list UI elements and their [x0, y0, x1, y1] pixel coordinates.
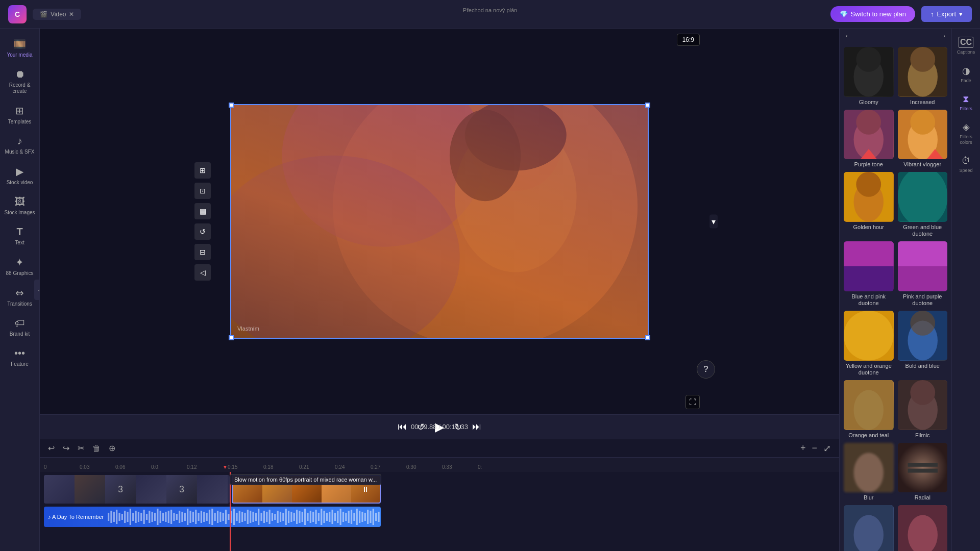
- fit-timeline[interactable]: ⤢: [821, 442, 833, 455]
- filter-item-extra1[interactable]: [844, 505, 894, 551]
- sidebar-item-record-create[interactable]: ⏺ Record & create: [0, 63, 39, 99]
- handle-bottom-left[interactable]: [229, 335, 234, 340]
- panel-nav-right[interactable]: ›: [941, 31, 947, 41]
- panel-nav-left[interactable]: ‹: [844, 31, 850, 41]
- sidebar-item-text[interactable]: T Text: [0, 221, 39, 251]
- sidebar-item-stock-images[interactable]: 🖼 Stock images: [0, 191, 39, 221]
- sidebar-item-feature[interactable]: ••• Feature: [0, 342, 39, 372]
- scroll-down-indicator[interactable]: ▾: [709, 215, 718, 229]
- filter-item-radial[interactable]: Radial: [898, 443, 948, 502]
- svg-rect-95: [342, 512, 344, 522]
- svg-rect-96: [345, 513, 347, 521]
- sidebar-item-transitions[interactable]: ⇔ Transitions: [0, 282, 39, 312]
- filter-item-increased[interactable]: Increased: [898, 47, 948, 106]
- handle-top-right[interactable]: [645, 103, 650, 108]
- sidebar-item-music[interactable]: ♪ Music & SFX: [0, 130, 39, 160]
- svg-rect-69: [272, 513, 273, 521]
- filter-item-pink-purple[interactable]: Pink and purple duotone: [898, 241, 948, 307]
- svg-rect-52: [225, 510, 227, 524]
- help-button[interactable]: ?: [697, 360, 715, 379]
- timeline-area: ↩ ↪ ✂ 🗑 ⊕ + − ⤢ 0 0:03 0:06 0:0: 0:12: [40, 439, 839, 551]
- captions-button[interactable]: CC Captions: [952, 33, 980, 59]
- fullscreen-button[interactable]: ⛶: [685, 395, 700, 409]
- main-layout: 🎞️ Your media ⏺ Record & create ⊞ Templa…: [0, 29, 980, 551]
- filter-thumb-increased: [898, 47, 948, 97]
- svg-rect-75: [288, 511, 289, 523]
- svg-rect-13: [119, 513, 120, 521]
- filter-item-purple-tone[interactable]: Purple tone: [844, 110, 894, 168]
- filter-item-yellow-orange[interactable]: Yellow and orange duotone: [844, 311, 894, 376]
- svg-rect-87: [321, 509, 322, 525]
- svg-rect-56: [236, 513, 238, 521]
- skip-forward-button[interactable]: ⏭: [472, 421, 481, 432]
- svg-rect-63: [255, 513, 257, 521]
- filter-colors-label: Filters colors: [954, 134, 978, 145]
- svg-point-121: [910, 110, 935, 135]
- your-media-icon: 🎞️: [13, 38, 26, 50]
- svg-rect-61: [250, 511, 251, 523]
- rotate-tool[interactable]: ↺: [194, 223, 211, 240]
- sidebar-item-graphics[interactable]: ✦ 88 Graphics: [0, 251, 39, 282]
- filter-colors-button[interactable]: ◈ Filters colors: [952, 117, 980, 149]
- filter-item-orange-teal[interactable]: Orange and teal: [844, 380, 894, 439]
- svg-rect-94: [340, 509, 341, 525]
- delete-button[interactable]: 🗑: [90, 443, 103, 454]
- redo-button[interactable]: ↪: [61, 442, 71, 454]
- handle-bottom-right[interactable]: [645, 335, 650, 340]
- zoom-in-tool[interactable]: ⊞: [194, 162, 211, 179]
- filter-item-blur[interactable]: Blur: [844, 443, 894, 502]
- zoom-out-timeline[interactable]: −: [810, 442, 819, 455]
- filters-button[interactable]: ⧗ Filters: [952, 90, 980, 116]
- export-button[interactable]: ↑ Export ▾: [921, 6, 972, 22]
- crop-tool[interactable]: ⊡: [194, 183, 211, 199]
- filter-item-golden-hour[interactable]: Golden hour: [844, 172, 894, 237]
- switch-plan-button[interactable]: 💎 Switch to new plan: [830, 6, 915, 22]
- svg-rect-133: [898, 266, 948, 291]
- filter-item-green-blue[interactable]: Green and blue duotone: [898, 172, 948, 237]
- sidebar-collapse-arrow[interactable]: ‹: [34, 280, 40, 300]
- audio-segment[interactable]: ♪ A Day To Remember: [44, 507, 381, 527]
- clip-tooltip: Slow motion from 60fps portrait of mixed…: [230, 474, 381, 485]
- svg-rect-82: [307, 513, 309, 521]
- filter-item-extra2[interactable]: [898, 505, 948, 551]
- align-tool[interactable]: ⊟: [194, 244, 211, 260]
- fade-button[interactable]: ◑ Fade: [952, 61, 980, 88]
- svg-rect-40: [192, 512, 194, 522]
- duplicate-button[interactable]: ⊕: [107, 442, 117, 454]
- filter-item-filmic[interactable]: Filmic: [898, 380, 948, 439]
- close-tab-icon[interactable]: ✕: [69, 11, 74, 18]
- sidebar-item-templates[interactable]: ⊞ Templates: [0, 99, 39, 130]
- video-segment-1[interactable]: 3 3: [44, 475, 230, 504]
- filter-item-vibrant-vlogger[interactable]: Vibrant vlogger: [898, 110, 948, 168]
- filter-name-golden-hour: Golden hour: [844, 224, 894, 231]
- skip-back-button[interactable]: ⏮: [398, 421, 407, 432]
- video-track: 3 3 ⏸: [44, 475, 835, 504]
- zoom-in-timeline[interactable]: +: [798, 442, 808, 455]
- filter-item-gloomy[interactable]: Gloomy: [844, 47, 894, 106]
- stock-video-label: Stock video: [7, 180, 33, 186]
- svg-rect-89: [326, 513, 328, 521]
- filter-preview-increased: [898, 47, 948, 97]
- sidebar-item-brand[interactable]: 🏷 Brand kit: [0, 312, 39, 342]
- svg-rect-100: [356, 509, 358, 525]
- ruler-mark-6: 0:06: [115, 464, 125, 470]
- undo-button[interactable]: ↩: [46, 442, 57, 454]
- svg-rect-92: [334, 513, 336, 521]
- filter-item-bold-blue[interactable]: Bold and blue: [898, 311, 948, 376]
- aspect-ratio-button[interactable]: 16:9: [677, 34, 700, 46]
- sidebar-item-stock-video[interactable]: ▶ Stock video: [0, 160, 39, 191]
- back-tool[interactable]: ◁: [194, 264, 211, 281]
- svg-rect-57: [239, 511, 240, 523]
- sidebar-item-your-media[interactable]: 🎞️ Your media: [0, 33, 39, 63]
- svg-rect-99: [354, 513, 355, 521]
- svg-rect-48: [214, 513, 216, 521]
- handle-top-left[interactable]: [229, 103, 234, 108]
- svg-rect-81: [304, 509, 306, 525]
- display-tool[interactable]: ▤: [194, 203, 211, 219]
- tab-video[interactable]: 🎬 Video ✕: [33, 9, 81, 20]
- cut-button[interactable]: ✂: [76, 442, 86, 454]
- filter-item-blue-pink[interactable]: Blue and pink duotone: [844, 241, 894, 307]
- filter-name-vibrant-vlogger: Vibrant vlogger: [898, 161, 948, 168]
- svg-rect-103: [364, 513, 366, 521]
- speed-button[interactable]: ⏱ Speed: [952, 152, 980, 178]
